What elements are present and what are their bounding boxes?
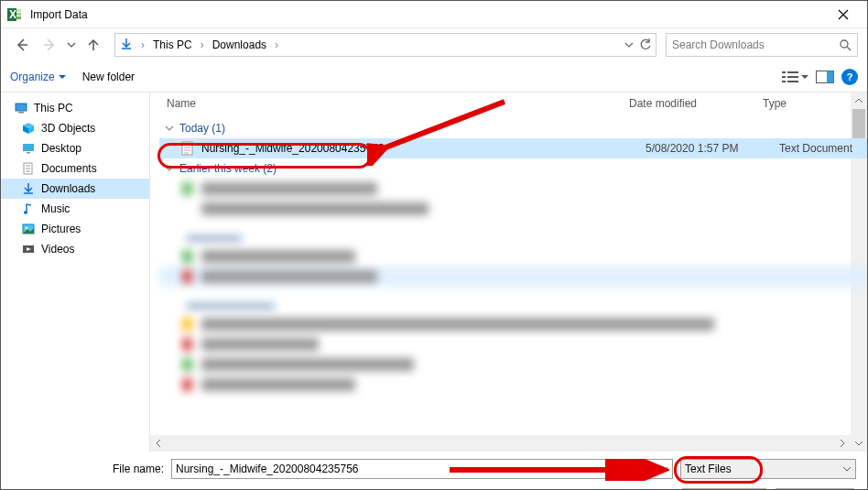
file-list: Name Date modified Type Today (1) [150,93,867,452]
search-input[interactable]: Search Downloads [666,33,858,57]
svg-rect-3 [16,13,21,16]
nav-desktop[interactable]: Desktop [1,138,149,158]
file-name-label: File name: [1,463,164,475]
address-bar[interactable]: › This PC › Downloads › [114,33,656,57]
scroll-right-icon[interactable] [834,435,851,452]
videos-icon [21,242,36,256]
svg-rect-27 [182,318,192,331]
svg-point-19 [24,211,27,214]
column-headers: Name Date modified Type [150,93,867,114]
music-icon [21,201,36,216]
svg-rect-26 [182,270,192,283]
breadcrumb-sep-icon: › [275,38,278,51]
nav-3d-objects[interactable]: 3D Objects [1,118,149,138]
dropdown-icon[interactable] [659,464,668,474]
svg-rect-6 [782,71,786,73]
nav-this-pc[interactable]: This PC [1,98,149,118]
svg-rect-25 [182,250,192,263]
file-row-selected[interactable]: Nursing_-_Midwife_20200804235756 5/08/20… [159,138,867,158]
breadcrumb-downloads[interactable]: Downloads [210,37,269,53]
cube-icon [21,121,36,136]
chevron-down-icon [165,124,174,133]
dropdown-icon[interactable] [842,464,852,474]
documents-icon [21,161,36,176]
column-name[interactable]: Name [167,97,629,110]
redacted-content: XXXXXXXXXXXXXXXXXXXXXXXX XXXXXXXXXXXXXXX… [159,179,867,395]
group-earlier-this-week[interactable]: Earlier this week (2) [159,158,867,179]
new-folder-button[interactable]: New folder [82,71,135,83]
view-options-button[interactable] [782,71,808,83]
search-icon [839,38,852,51]
window-title: Import Data [30,8,825,21]
file-type: Text Document [779,142,867,155]
svg-rect-29 [182,358,192,371]
breadcrumb-sep-icon: › [141,38,145,51]
excel-icon: X [6,6,23,23]
svg-rect-4 [16,16,21,19]
pictures-icon [21,222,36,236]
search-placeholder: Search Downloads [672,38,765,51]
up-button[interactable] [81,33,105,57]
scroll-down-icon[interactable] [851,435,867,452]
scroll-up-icon[interactable] [851,93,867,109]
nav-documents[interactable]: Documents [1,158,149,179]
dialog-footer: File name: Nursing_-_Midwife_20200804235… [1,452,867,490]
svg-rect-2 [16,9,21,12]
nav-downloads[interactable]: Downloads [1,179,149,199]
file-name: Nursing_-_Midwife_20200804235756 [201,142,384,155]
svg-rect-7 [782,76,786,78]
nav-pictures[interactable]: Pictures [1,219,149,239]
import-data-dialog: X Import Data › This PC › Downloads › [0,0,868,490]
column-date[interactable]: Date modified [629,97,763,110]
forward-button[interactable] [38,33,61,57]
close-button[interactable] [825,1,862,28]
svg-rect-13 [827,71,834,82]
desktop-icon [21,141,36,156]
svg-rect-16 [23,144,34,151]
breadcrumb-this-pc[interactable]: This PC [150,37,195,53]
back-button[interactable] [10,33,34,57]
downloads-location-icon [119,37,136,53]
svg-point-5 [841,40,848,48]
recent-locations-dropdown[interactable] [65,40,78,49]
pc-icon [14,101,28,115]
file-type-filter[interactable]: Text Files [680,459,856,479]
file-name-input[interactable]: Nursing_-_Midwife_20200804235756 [171,459,673,479]
svg-rect-9 [787,71,798,73]
svg-rect-30 [182,378,192,391]
svg-rect-8 [782,81,786,82]
titlebar: X Import Data [1,1,867,28]
breadcrumb-sep-icon: › [201,38,204,51]
horizontal-scrollbar[interactable] [150,435,851,452]
refresh-button[interactable] [639,38,652,51]
svg-rect-24 [182,182,192,195]
organize-menu[interactable]: Organize [10,71,66,83]
help-button[interactable]: ? [841,69,858,85]
nav-videos[interactable]: Videos [1,239,149,259]
toolbar: Organize New folder ? [1,61,867,93]
scroll-left-icon[interactable] [150,435,167,452]
address-dropdown-icon[interactable] [624,40,634,49]
svg-rect-14 [16,103,27,111]
column-type[interactable]: Type [763,97,851,110]
preview-pane-button[interactable] [816,71,834,83]
navigation-pane: This PC 3D Objects Desktop Documents Dow… [1,93,150,452]
downloads-icon [21,181,36,196]
svg-rect-17 [27,152,30,154]
file-date: 5/08/2020 1:57 PM [646,142,779,155]
nav-music[interactable]: Music [1,199,149,219]
text-document-icon [181,141,196,156]
navigation-row: › This PC › Downloads › Search Downloads [1,28,867,61]
svg-rect-15 [18,112,24,114]
svg-rect-10 [787,76,798,78]
chevron-down-icon [165,164,174,173]
svg-text:X: X [9,8,16,21]
svg-rect-11 [787,81,798,82]
group-today[interactable]: Today (1) [159,118,867,138]
svg-rect-28 [182,338,192,351]
body: This PC 3D Objects Desktop Documents Dow… [1,93,867,452]
